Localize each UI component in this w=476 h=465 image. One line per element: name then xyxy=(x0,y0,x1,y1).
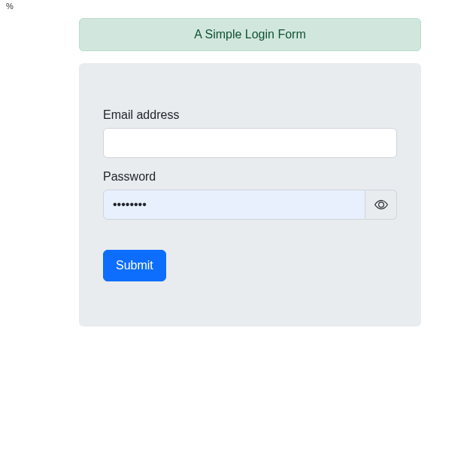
password-label: Password xyxy=(103,170,397,184)
submit-button[interactable]: Submit xyxy=(103,250,166,281)
password-input-group xyxy=(103,190,397,220)
email-label: Email address xyxy=(103,108,397,122)
email-field[interactable] xyxy=(103,128,397,158)
page-title-text: A Simple Login Form xyxy=(194,28,306,41)
main-container: A Simple Login Form Email address Passwo… xyxy=(0,0,421,327)
page-title-alert: A Simple Login Form xyxy=(79,18,421,51)
eye-icon xyxy=(374,198,388,211)
corner-label: % xyxy=(6,2,14,11)
password-field[interactable] xyxy=(103,190,365,220)
toggle-password-visibility[interactable] xyxy=(365,190,397,220)
login-card: Email address Password Submit xyxy=(79,63,421,327)
password-group: Password xyxy=(103,170,397,220)
email-group: Email address xyxy=(103,108,397,158)
